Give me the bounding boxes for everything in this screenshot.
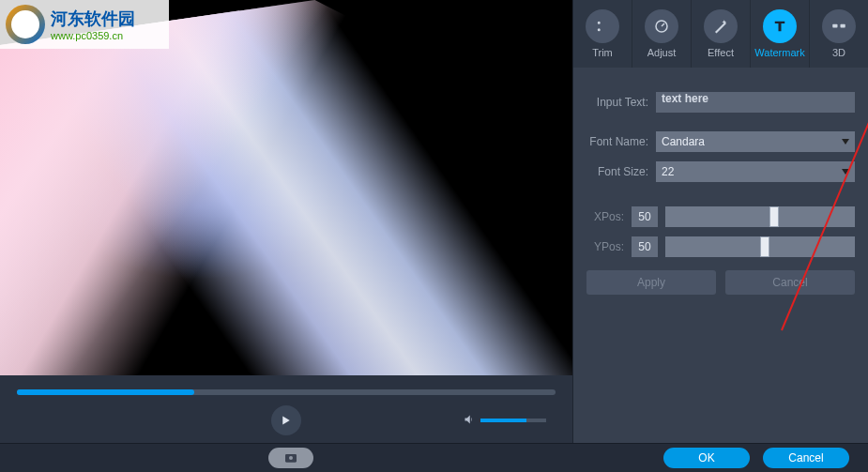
dial-icon xyxy=(645,9,678,43)
volume-icon[interactable] xyxy=(464,414,475,428)
ypos-slider[interactable] xyxy=(665,236,855,257)
seek-slider[interactable] xyxy=(17,389,556,395)
video-preview xyxy=(0,0,572,375)
snapshot-button[interactable] xyxy=(268,448,313,468)
watermark-text-input[interactable]: text here xyxy=(656,92,855,113)
svg-rect-4 xyxy=(841,24,845,28)
glasses-icon xyxy=(822,9,856,43)
play-button[interactable] xyxy=(271,405,301,435)
chevron-down-icon xyxy=(842,169,849,175)
font-size-select[interactable]: 22 xyxy=(656,161,855,182)
font-size-value: 22 xyxy=(662,165,674,178)
xpos-slider[interactable] xyxy=(665,206,855,227)
font-size-label: Font Size: xyxy=(586,165,648,178)
tab-effect-label: Effect xyxy=(708,47,734,58)
chevron-down-icon xyxy=(842,139,849,145)
apply-button[interactable]: Apply xyxy=(586,270,716,295)
input-text-label: Input Text: xyxy=(586,96,648,109)
svg-marker-0 xyxy=(282,417,290,425)
ypos-label: YPos: xyxy=(586,240,624,253)
tab-trim[interactable]: Trim xyxy=(573,0,632,68)
tab-adjust[interactable]: Adjust xyxy=(632,0,692,68)
panel-cancel-button[interactable]: Cancel xyxy=(725,270,855,295)
tab-watermark[interactable]: Watermark xyxy=(751,0,810,68)
tab-effect[interactable]: Effect xyxy=(692,0,751,68)
svg-rect-3 xyxy=(832,24,837,28)
tab-3d[interactable]: 3D xyxy=(810,0,868,68)
tab-3d-label: 3D xyxy=(832,47,845,58)
svg-line-2 xyxy=(662,23,664,26)
scissors-icon xyxy=(586,9,619,43)
cancel-button[interactable]: Cancel xyxy=(763,448,849,468)
logo-text-cn: 河东软件园 xyxy=(51,8,135,30)
font-name-label: Font Name: xyxy=(586,135,648,148)
font-name-value: Candara xyxy=(662,135,705,148)
tab-adjust-label: Adjust xyxy=(647,47,677,58)
ypos-value: 50 xyxy=(632,236,658,257)
volume-slider[interactable] xyxy=(480,419,546,422)
wand-icon xyxy=(704,9,738,43)
xpos-value: 50 xyxy=(632,206,658,227)
xpos-label: XPos: xyxy=(586,210,624,223)
tab-watermark-label: Watermark xyxy=(754,47,804,58)
ok-button[interactable]: OK xyxy=(663,448,750,468)
font-name-select[interactable]: Candara xyxy=(656,131,855,152)
svg-point-8 xyxy=(289,456,293,460)
text-icon xyxy=(763,9,797,43)
tab-trim-label: Trim xyxy=(592,47,613,58)
logo-icon xyxy=(6,5,45,44)
logo-text-url: www.pc0359.cn xyxy=(51,30,135,41)
site-logo: 河东软件园 www.pc0359.cn xyxy=(0,0,169,49)
